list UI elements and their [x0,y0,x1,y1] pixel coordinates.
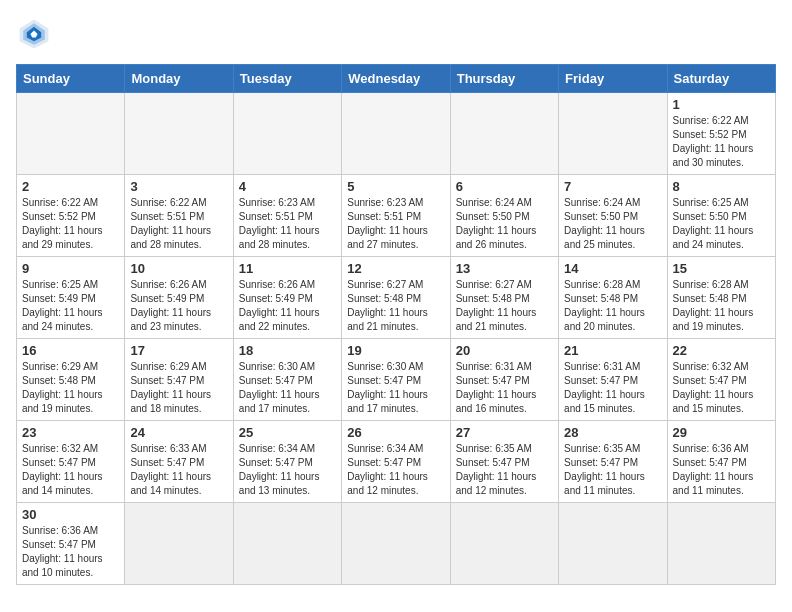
calendar-cell: 9Sunrise: 6:25 AM Sunset: 5:49 PM Daylig… [17,257,125,339]
day-number: 8 [673,179,770,194]
day-info: Sunrise: 6:29 AM Sunset: 5:48 PM Dayligh… [22,360,119,416]
day-info: Sunrise: 6:30 AM Sunset: 5:47 PM Dayligh… [239,360,336,416]
calendar-cell: 2Sunrise: 6:22 AM Sunset: 5:52 PM Daylig… [17,175,125,257]
day-number: 30 [22,507,119,522]
day-number: 26 [347,425,444,440]
calendar-cell [667,503,775,585]
calendar-cell [342,503,450,585]
calendar-cell: 21Sunrise: 6:31 AM Sunset: 5:47 PM Dayli… [559,339,667,421]
weekday-header: Monday [125,65,233,93]
day-info: Sunrise: 6:36 AM Sunset: 5:47 PM Dayligh… [673,442,770,498]
calendar-cell: 18Sunrise: 6:30 AM Sunset: 5:47 PM Dayli… [233,339,341,421]
calendar-cell: 11Sunrise: 6:26 AM Sunset: 5:49 PM Dayli… [233,257,341,339]
day-info: Sunrise: 6:22 AM Sunset: 5:51 PM Dayligh… [130,196,227,252]
calendar-cell [559,503,667,585]
day-info: Sunrise: 6:27 AM Sunset: 5:48 PM Dayligh… [347,278,444,334]
day-number: 14 [564,261,661,276]
calendar-table: SundayMondayTuesdayWednesdayThursdayFrid… [16,64,776,585]
weekday-header: Sunday [17,65,125,93]
day-number: 19 [347,343,444,358]
calendar-cell [450,93,558,175]
day-info: Sunrise: 6:24 AM Sunset: 5:50 PM Dayligh… [564,196,661,252]
weekday-header: Wednesday [342,65,450,93]
calendar-cell: 1Sunrise: 6:22 AM Sunset: 5:52 PM Daylig… [667,93,775,175]
calendar-cell: 15Sunrise: 6:28 AM Sunset: 5:48 PM Dayli… [667,257,775,339]
day-number: 16 [22,343,119,358]
day-info: Sunrise: 6:28 AM Sunset: 5:48 PM Dayligh… [673,278,770,334]
day-info: Sunrise: 6:31 AM Sunset: 5:47 PM Dayligh… [564,360,661,416]
calendar-cell [125,93,233,175]
day-number: 20 [456,343,553,358]
day-number: 10 [130,261,227,276]
calendar-cell: 25Sunrise: 6:34 AM Sunset: 5:47 PM Dayli… [233,421,341,503]
day-info: Sunrise: 6:22 AM Sunset: 5:52 PM Dayligh… [673,114,770,170]
day-number: 1 [673,97,770,112]
day-number: 11 [239,261,336,276]
day-number: 23 [22,425,119,440]
calendar-cell: 26Sunrise: 6:34 AM Sunset: 5:47 PM Dayli… [342,421,450,503]
day-info: Sunrise: 6:35 AM Sunset: 5:47 PM Dayligh… [564,442,661,498]
day-number: 3 [130,179,227,194]
day-info: Sunrise: 6:25 AM Sunset: 5:49 PM Dayligh… [22,278,119,334]
day-info: Sunrise: 6:32 AM Sunset: 5:47 PM Dayligh… [673,360,770,416]
calendar-cell: 22Sunrise: 6:32 AM Sunset: 5:47 PM Dayli… [667,339,775,421]
calendar-cell: 29Sunrise: 6:36 AM Sunset: 5:47 PM Dayli… [667,421,775,503]
calendar-cell: 19Sunrise: 6:30 AM Sunset: 5:47 PM Dayli… [342,339,450,421]
day-info: Sunrise: 6:24 AM Sunset: 5:50 PM Dayligh… [456,196,553,252]
day-number: 5 [347,179,444,194]
day-number: 4 [239,179,336,194]
calendar-cell: 28Sunrise: 6:35 AM Sunset: 5:47 PM Dayli… [559,421,667,503]
day-number: 12 [347,261,444,276]
calendar-cell: 13Sunrise: 6:27 AM Sunset: 5:48 PM Dayli… [450,257,558,339]
day-info: Sunrise: 6:29 AM Sunset: 5:47 PM Dayligh… [130,360,227,416]
day-info: Sunrise: 6:34 AM Sunset: 5:47 PM Dayligh… [239,442,336,498]
day-number: 21 [564,343,661,358]
calendar-cell: 5Sunrise: 6:23 AM Sunset: 5:51 PM Daylig… [342,175,450,257]
calendar-cell: 12Sunrise: 6:27 AM Sunset: 5:48 PM Dayli… [342,257,450,339]
calendar-cell: 10Sunrise: 6:26 AM Sunset: 5:49 PM Dayli… [125,257,233,339]
weekday-header: Thursday [450,65,558,93]
day-info: Sunrise: 6:34 AM Sunset: 5:47 PM Dayligh… [347,442,444,498]
day-info: Sunrise: 6:30 AM Sunset: 5:47 PM Dayligh… [347,360,444,416]
day-number: 22 [673,343,770,358]
calendar-cell: 24Sunrise: 6:33 AM Sunset: 5:47 PM Dayli… [125,421,233,503]
calendar-cell: 6Sunrise: 6:24 AM Sunset: 5:50 PM Daylig… [450,175,558,257]
day-info: Sunrise: 6:26 AM Sunset: 5:49 PM Dayligh… [130,278,227,334]
day-info: Sunrise: 6:28 AM Sunset: 5:48 PM Dayligh… [564,278,661,334]
day-number: 2 [22,179,119,194]
day-number: 24 [130,425,227,440]
day-number: 6 [456,179,553,194]
day-number: 25 [239,425,336,440]
day-info: Sunrise: 6:32 AM Sunset: 5:47 PM Dayligh… [22,442,119,498]
day-info: Sunrise: 6:36 AM Sunset: 5:47 PM Dayligh… [22,524,119,580]
calendar-cell: 7Sunrise: 6:24 AM Sunset: 5:50 PM Daylig… [559,175,667,257]
logo [16,16,56,52]
calendar-cell [17,93,125,175]
day-number: 7 [564,179,661,194]
calendar-cell: 8Sunrise: 6:25 AM Sunset: 5:50 PM Daylig… [667,175,775,257]
day-number: 29 [673,425,770,440]
weekday-header: Tuesday [233,65,341,93]
calendar-cell: 17Sunrise: 6:29 AM Sunset: 5:47 PM Dayli… [125,339,233,421]
calendar-cell [233,93,341,175]
day-number: 13 [456,261,553,276]
day-info: Sunrise: 6:35 AM Sunset: 5:47 PM Dayligh… [456,442,553,498]
calendar-cell: 16Sunrise: 6:29 AM Sunset: 5:48 PM Dayli… [17,339,125,421]
logo-icon [16,16,52,52]
weekday-header: Friday [559,65,667,93]
day-info: Sunrise: 6:33 AM Sunset: 5:47 PM Dayligh… [130,442,227,498]
calendar-cell: 30Sunrise: 6:36 AM Sunset: 5:47 PM Dayli… [17,503,125,585]
calendar-cell [342,93,450,175]
calendar-cell: 20Sunrise: 6:31 AM Sunset: 5:47 PM Dayli… [450,339,558,421]
day-info: Sunrise: 6:22 AM Sunset: 5:52 PM Dayligh… [22,196,119,252]
calendar-cell [125,503,233,585]
calendar-cell: 3Sunrise: 6:22 AM Sunset: 5:51 PM Daylig… [125,175,233,257]
calendar-cell: 27Sunrise: 6:35 AM Sunset: 5:47 PM Dayli… [450,421,558,503]
day-number: 17 [130,343,227,358]
day-info: Sunrise: 6:26 AM Sunset: 5:49 PM Dayligh… [239,278,336,334]
calendar-cell [233,503,341,585]
calendar-cell [559,93,667,175]
day-number: 27 [456,425,553,440]
day-info: Sunrise: 6:27 AM Sunset: 5:48 PM Dayligh… [456,278,553,334]
day-number: 9 [22,261,119,276]
